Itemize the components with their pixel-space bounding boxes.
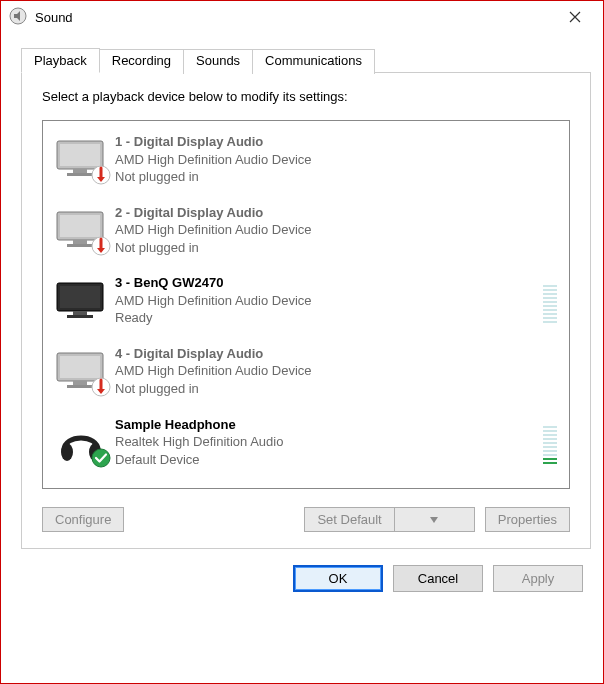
apply-button[interactable]: Apply — [493, 565, 583, 592]
unplugged-badge-icon — [91, 377, 111, 397]
device-text: Sample Headphone Realtek High Definition… — [107, 416, 543, 469]
configure-button-label: Configure — [55, 512, 111, 527]
device-text: 3 - BenQ GW2470 AMD High Definition Audi… — [107, 274, 543, 327]
device-list[interactable]: 1 - Digital Display Audio AMD High Defin… — [42, 120, 570, 489]
svg-rect-18 — [67, 385, 93, 388]
tab-panel-playback: Select a playback device below to modify… — [21, 72, 591, 549]
monitor-icon — [55, 349, 107, 393]
dialog-buttons: OK Cancel Apply — [1, 549, 603, 608]
titlebar: Sound — [1, 1, 603, 33]
properties-button[interactable]: Properties — [485, 507, 570, 532]
svg-rect-7 — [60, 215, 100, 237]
tab-playback-label: Playback — [34, 53, 87, 68]
sound-app-icon — [9, 7, 27, 28]
svg-rect-8 — [73, 240, 87, 244]
device-item[interactable]: 1 - Digital Display Audio AMD High Defin… — [51, 127, 561, 198]
ok-button-label: OK — [329, 571, 348, 586]
device-name: 3 - BenQ GW2470 — [115, 274, 543, 292]
window-title: Sound — [35, 10, 555, 25]
device-description: AMD High Definition Audio Device — [115, 362, 559, 380]
svg-point-22 — [92, 449, 110, 467]
device-status: Not plugged in — [115, 380, 559, 398]
tab-communications[interactable]: Communications — [253, 49, 375, 74]
volume-meter — [543, 279, 557, 323]
chevron-down-icon — [430, 517, 438, 523]
tabs-container: Playback Recording Sounds Communications… — [1, 33, 603, 549]
device-name: Sample Headphone — [115, 416, 543, 434]
svg-rect-4 — [67, 173, 93, 176]
device-text: 2 - Digital Display Audio AMD High Defin… — [107, 204, 559, 257]
device-item[interactable]: Sample Headphone Realtek High Definition… — [51, 410, 561, 481]
device-status: Default Device — [115, 451, 543, 469]
svg-rect-13 — [73, 311, 87, 315]
device-description: AMD High Definition Audio Device — [115, 221, 559, 239]
cancel-button[interactable]: Cancel — [393, 565, 483, 592]
svg-rect-2 — [60, 144, 100, 166]
device-status: Ready — [115, 309, 543, 327]
device-status: Not plugged in — [115, 168, 559, 186]
device-name: 1 - Digital Display Audio — [115, 133, 559, 151]
tabstrip: Playback Recording Sounds Communications — [21, 47, 591, 72]
svg-point-20 — [61, 443, 73, 461]
configure-button[interactable]: Configure — [42, 507, 124, 532]
svg-rect-17 — [73, 381, 87, 385]
tab-playback[interactable]: Playback — [21, 48, 100, 73]
device-name: 4 - Digital Display Audio — [115, 345, 559, 363]
device-item[interactable]: 2 - Digital Display Audio AMD High Defin… — [51, 198, 561, 269]
device-name: 2 - Digital Display Audio — [115, 204, 559, 222]
set-default-button-label: Set Default — [317, 512, 381, 527]
svg-rect-9 — [67, 244, 93, 247]
tab-recording[interactable]: Recording — [100, 49, 184, 74]
headphones-icon — [55, 420, 107, 464]
set-default-button[interactable]: Set Default — [305, 508, 393, 531]
ok-button[interactable]: OK — [293, 565, 383, 592]
cancel-button-label: Cancel — [418, 571, 458, 586]
spacer — [134, 507, 294, 532]
tab-sounds[interactable]: Sounds — [184, 49, 253, 74]
device-status: Not plugged in — [115, 239, 559, 257]
svg-rect-12 — [60, 286, 100, 308]
svg-rect-16 — [60, 356, 100, 378]
device-item[interactable]: 3 - BenQ GW2470 AMD High Definition Audi… — [51, 268, 561, 339]
close-button[interactable] — [555, 2, 595, 32]
instruction-text: Select a playback device below to modify… — [42, 89, 570, 104]
device-description: AMD High Definition Audio Device — [115, 292, 543, 310]
device-description: AMD High Definition Audio Device — [115, 151, 559, 169]
set-default-split-button[interactable]: Set Default — [304, 507, 474, 532]
set-default-dropdown[interactable] — [394, 508, 474, 531]
monitor-icon — [55, 279, 107, 323]
device-text: 1 - Digital Display Audio AMD High Defin… — [107, 133, 559, 186]
properties-button-label: Properties — [498, 512, 557, 527]
unplugged-badge-icon — [91, 236, 111, 256]
svg-rect-3 — [73, 169, 87, 173]
device-description: Realtek High Definition Audio — [115, 433, 543, 451]
svg-rect-14 — [67, 315, 93, 318]
device-item[interactable]: 4 - Digital Display Audio AMD High Defin… — [51, 339, 561, 410]
tab-actions: Configure Set Default Properties — [42, 507, 570, 532]
apply-button-label: Apply — [522, 571, 555, 586]
tab-sounds-label: Sounds — [196, 53, 240, 68]
tab-recording-label: Recording — [112, 53, 171, 68]
monitor-icon — [55, 137, 107, 181]
volume-meter — [543, 420, 557, 464]
tab-communications-label: Communications — [265, 53, 362, 68]
device-text: 4 - Digital Display Audio AMD High Defin… — [107, 345, 559, 398]
unplugged-badge-icon — [91, 165, 111, 185]
monitor-icon — [55, 208, 107, 252]
default-badge-icon — [91, 448, 111, 468]
